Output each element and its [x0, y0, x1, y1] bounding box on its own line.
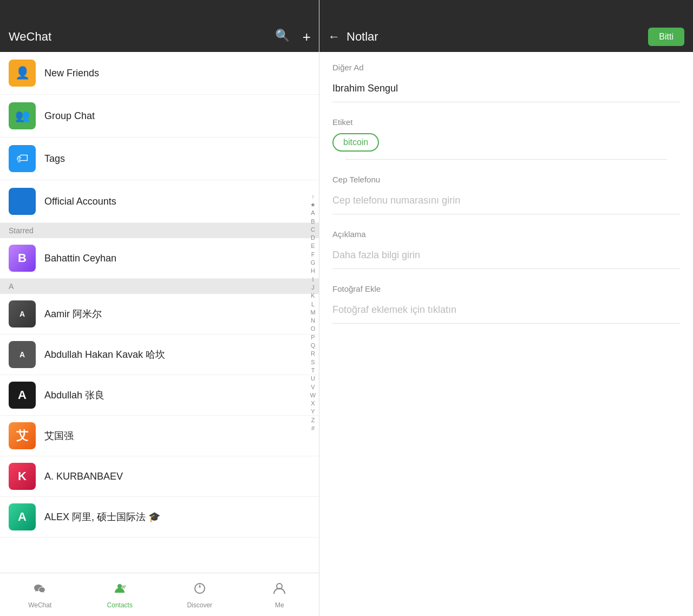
name-value[interactable]: Ibrahim Sengul — [332, 78, 680, 102]
alpha-s[interactable]: S — [311, 358, 315, 366]
alpha-i[interactable]: I — [312, 276, 313, 283]
cep-telefonu-section: Cep Telefonu — [319, 164, 693, 219]
diger-ad-label: Diğer Ad — [332, 63, 680, 72]
back-button[interactable]: ← — [328, 30, 340, 44]
left-panel: WeChat 🔍 + 👤 New Friends 👥 Group Chat — [0, 0, 319, 616]
nav-contacts[interactable]: Contacts — [80, 576, 160, 613]
alpha-w[interactable]: W — [310, 391, 316, 399]
group-chat-item[interactable]: 👥 Group Chat — [0, 95, 319, 137]
bahattin-name: Bahattin Ceyhan — [44, 253, 116, 264]
nav-me[interactable]: Me — [240, 576, 320, 613]
alpha-o[interactable]: O — [311, 325, 316, 332]
alpha-d[interactable]: D — [311, 234, 315, 241]
alpha-y[interactable]: Y — [311, 408, 315, 415]
alpha-hash[interactable]: # — [311, 424, 315, 432]
a-kurbanbaev-item[interactable]: K A. KURBANBAEV — [0, 456, 319, 497]
discover-nav-label: Discover — [187, 601, 212, 609]
alpha-u[interactable]: U — [311, 375, 315, 382]
bitti-button[interactable]: Bitti — [648, 28, 684, 46]
alpha-m[interactable]: M — [310, 309, 315, 316]
tags-label: Tags — [44, 153, 65, 165]
new-friends-label: New Friends — [44, 68, 99, 79]
contacts-nav-icon — [112, 581, 127, 599]
ai-guoqiang-name: 艾国强 — [44, 429, 74, 442]
new-friends-item[interactable]: 👤 New Friends — [0, 52, 319, 95]
aciklama-input[interactable] — [332, 245, 680, 269]
abdullah-hakan-avatar: A — [9, 341, 36, 368]
alex-name: ALEX 阿里, 硕士国际法 🎓 — [44, 510, 160, 523]
nav-discover[interactable]: Discover — [160, 576, 240, 613]
discover-nav-icon — [192, 581, 207, 599]
aamir-name: Aamir 阿米尔 — [44, 307, 102, 320]
cep-telefonu-input[interactable] — [332, 191, 680, 214]
aamir-avatar: A — [9, 300, 36, 327]
alpha-h[interactable]: H — [311, 267, 315, 274]
me-nav-icon — [272, 581, 287, 599]
alpha-f[interactable]: F — [311, 251, 315, 258]
bottom-nav: WeChat Contacts Discover — [0, 573, 319, 616]
bahattin-avatar: B — [9, 245, 36, 272]
alpha-n[interactable]: N — [311, 317, 315, 324]
alpha-t[interactable]: T — [311, 366, 315, 374]
aamir-item[interactable]: A Aamir 阿米尔 — [0, 294, 319, 335]
header-icons: 🔍 + — [275, 29, 311, 45]
alpha-k[interactable]: K — [311, 292, 315, 299]
ai-guoqiang-item[interactable]: 艾 艾国强 — [0, 416, 319, 456]
alpha-r[interactable]: R — [311, 350, 315, 357]
right-header-title: Notlar — [346, 30, 378, 44]
svg-rect-2 — [122, 587, 125, 588]
starred-section-header: Starred — [0, 223, 319, 238]
etiket-section: Etiket bitcoin — [319, 107, 693, 164]
tags-icon: 🏷 — [9, 145, 36, 172]
wechat-nav-label: WeChat — [28, 601, 51, 609]
fotograf-input[interactable] — [332, 300, 680, 324]
official-accounts-item[interactable]: 👤 Official Accounts — [0, 180, 319, 223]
group-chat-label: Group Chat — [44, 110, 95, 122]
alpha-x[interactable]: X — [311, 399, 315, 407]
alpha-up[interactable]: ↑ — [311, 193, 315, 200]
svg-point-0 — [117, 584, 122, 588]
fotograf-label: Fotoğraf Ekle — [332, 284, 680, 293]
bahattin-item[interactable]: B Bahattin Ceyhan — [0, 238, 319, 279]
official-accounts-icon: 👤 — [9, 188, 36, 215]
alex-item[interactable]: A ALEX 阿里, 硕士国际法 🎓 — [0, 497, 319, 538]
contacts-list: 👤 New Friends 👥 Group Chat 🏷 Tags 👤 — [0, 52, 319, 573]
alpha-v[interactable]: V — [311, 383, 315, 391]
alpha-j[interactable]: J — [311, 284, 315, 291]
alpha-z[interactable]: Z — [311, 416, 315, 424]
alpha-l[interactable]: L — [311, 300, 315, 308]
app-title: WeChat — [9, 30, 51, 44]
alpha-a[interactable]: A — [311, 209, 315, 217]
alpha-b[interactable]: B — [311, 218, 315, 225]
abdullah-zhang-avatar: A — [9, 382, 36, 409]
search-icon[interactable]: 🔍 — [275, 29, 290, 45]
official-accounts-label: Official Accounts — [44, 196, 116, 207]
new-friends-icon: 👤 — [9, 60, 36, 87]
alpha-q[interactable]: Q — [311, 342, 316, 349]
alpha-star[interactable]: ★ — [310, 201, 316, 208]
bitcoin-tag[interactable]: bitcoin — [332, 133, 379, 152]
svg-marker-4 — [199, 584, 201, 588]
add-icon[interactable]: + — [303, 29, 311, 45]
contacts-area: 👤 New Friends 👥 Group Chat 🏷 Tags 👤 — [0, 52, 319, 573]
tag-badge[interactable]: bitcoin — [332, 133, 680, 159]
alpha-p[interactable]: P — [311, 333, 315, 341]
right-panel: ← Notlar Bitti Diğer Ad Ibrahim Sengul E… — [319, 0, 693, 616]
abdullah-hakan-item[interactable]: A Abdullah Hakan Kavak 哈坎 — [0, 335, 319, 375]
svg-rect-1 — [122, 586, 126, 587]
alpha-e[interactable]: E — [311, 242, 315, 250]
alex-avatar: A — [9, 503, 36, 530]
panel-divider — [319, 0, 319, 616]
aciklama-section: Açıklama — [319, 219, 693, 273]
fotograf-section: Fotoğraf Ekle — [319, 273, 693, 328]
tags-item[interactable]: 🏷 Tags — [0, 137, 319, 180]
left-header: WeChat 🔍 + — [0, 0, 319, 52]
alpha-c[interactable]: C — [311, 226, 315, 233]
cep-telefonu-label: Cep Telefonu — [332, 175, 680, 184]
right-header: ← Notlar Bitti — [319, 0, 693, 52]
alpha-g[interactable]: G — [311, 259, 316, 266]
aciklama-label: Açıklama — [332, 230, 680, 239]
abdullah-zhang-item[interactable]: A Abdullah 张良 — [0, 375, 319, 416]
etiket-label: Etiket — [332, 117, 680, 127]
nav-wechat[interactable]: WeChat — [0, 576, 80, 613]
